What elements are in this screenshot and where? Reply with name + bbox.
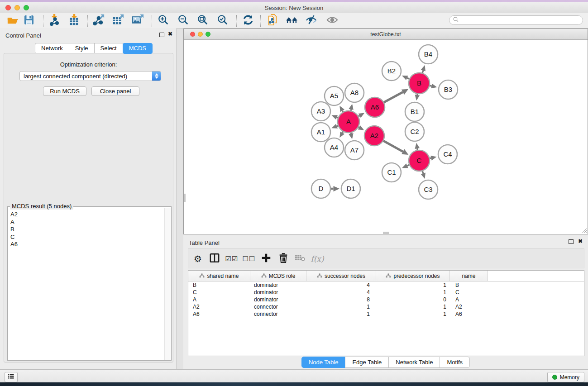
import-table-button[interactable] [67, 14, 81, 28]
zoom-out-button[interactable] [176, 14, 191, 28]
float-panel-icon[interactable] [159, 33, 164, 37]
edge-arrow-icon [334, 186, 340, 191]
network-from-file-button[interactable] [266, 14, 280, 28]
add-column-button[interactable] [258, 252, 274, 266]
mcds-result-node[interactable]: C [10, 234, 164, 241]
refresh-button[interactable] [241, 14, 255, 28]
table-row[interactable]: Bdominator41B [188, 281, 584, 289]
resize-grip-icon[interactable] [581, 228, 587, 234]
attribute-tree-icon [199, 273, 205, 279]
export-table-button[interactable] [111, 14, 125, 28]
export-image-button[interactable] [131, 14, 145, 28]
zoom-in-button[interactable] [156, 14, 171, 28]
delete-columns-button[interactable] [276, 252, 291, 266]
mcds-result-node[interactable]: B [10, 226, 164, 234]
home-button[interactable] [285, 14, 299, 28]
node-table[interactable]: shared nameMCDS rolesuccessor nodesprede… [188, 270, 584, 356]
screen: Session: New Session Control Panel ✖ Net… [0, 0, 588, 386]
select-all-rows-icon: ☑☑ [225, 254, 239, 264]
table-body: Bdominator41BCdominator41CAdominator80AA… [188, 281, 584, 318]
column-header[interactable]: shared name [188, 271, 250, 281]
edge-A2-C[interactable] [382, 140, 403, 152]
import-table-icon [68, 14, 80, 28]
task-history-button[interactable] [5, 372, 18, 382]
edge-A6-B[interactable] [383, 92, 403, 103]
mcds-result-node[interactable]: A [10, 219, 164, 226]
tab-edge-table[interactable]: Edge Table [345, 357, 389, 368]
node-label-C: C [417, 157, 422, 164]
tab-select[interactable]: Select [94, 43, 123, 54]
search-input[interactable] [461, 17, 583, 24]
table-row[interactable]: A6connector11A6 [188, 310, 584, 318]
criterion-dropdown[interactable]: largest connected component (directed) [19, 71, 161, 81]
edge-arrow-icon [430, 156, 436, 160]
tab-node-table[interactable]: Node Table [301, 357, 346, 368]
node-label-C2: C2 [410, 128, 419, 135]
add-column-icon [261, 253, 272, 265]
table-row[interactable]: Adominator80A [188, 296, 584, 303]
tab-motifs[interactable]: Motifs [440, 357, 470, 368]
hide-graphics-button[interactable] [304, 14, 319, 28]
table-cell: 1 [306, 303, 376, 310]
node-label-A5: A5 [330, 92, 338, 100]
tab-mcds[interactable]: MCDS [123, 43, 153, 54]
close-panel-button[interactable]: Close panel [91, 86, 139, 96]
network-from-file-icon [267, 14, 279, 28]
desktop-bottom-edge [0, 382, 588, 386]
network-window-title: testGlobe.txt [184, 31, 588, 38]
column-header[interactable]: name [450, 271, 488, 281]
table-cell: A [188, 296, 250, 303]
node-label-C3: C3 [424, 186, 432, 193]
search-field[interactable] [449, 15, 583, 25]
network-canvas[interactable]: B4B2BB3A8A5A6A3B1AA1C2A2A4A7C4CC1DD1C3 [184, 40, 588, 234]
network-graph: B4B2BB3A8A5A6A3B1AA1C2A2A4A7C4CC1DD1C3 [184, 40, 588, 234]
deselect-all-rows-button[interactable]: ☐☐ [241, 252, 257, 266]
tab-style[interactable]: Style [69, 43, 95, 54]
close-panel-icon[interactable]: ✖ [168, 31, 172, 37]
node-label-A1: A1 [317, 128, 325, 136]
column-header[interactable]: MCDS role [250, 271, 306, 281]
refresh-icon [242, 14, 254, 28]
node-label-B1: B1 [411, 108, 419, 115]
table-settings-button[interactable]: ⚙ [190, 252, 206, 266]
export-network-button[interactable] [91, 14, 106, 28]
table-row[interactable]: A2connector11A2 [188, 303, 584, 310]
open-session-button[interactable] [5, 14, 20, 28]
mcds-result-list[interactable]: A2ABCA6 [10, 211, 164, 358]
edge-arrow-icon [349, 133, 354, 139]
column-header[interactable]: predecessor nodes [376, 271, 450, 281]
result-scrollbar[interactable] [164, 208, 171, 360]
criterion-dropdown-value: largest connected component (directed) [24, 73, 127, 80]
column-header[interactable]: successor nodes [306, 271, 376, 281]
select-all-rows-button[interactable]: ☑☑ [224, 252, 239, 266]
mcds-result-node[interactable]: A2 [10, 211, 164, 219]
run-mcds-button[interactable]: Run MCDS [43, 86, 86, 96]
toggle-columns-button[interactable] [207, 252, 222, 266]
node-label-C1: C1 [387, 168, 396, 176]
zoom-selected-button[interactable] [215, 14, 230, 28]
table-cell: C [188, 289, 250, 296]
node-label-C4: C4 [443, 150, 452, 158]
zoom-fit-icon [197, 14, 209, 28]
memory-button[interactable]: Memory [547, 372, 584, 382]
save-session-icon [23, 14, 35, 28]
zoom-fit-button[interactable] [196, 14, 210, 28]
tab-network[interactable]: Network [35, 43, 69, 54]
horizontal-scroll-thumb[interactable] [383, 232, 389, 234]
vertical-scroll-thumb[interactable] [184, 194, 186, 202]
toolbar-separator [152, 15, 152, 27]
import-network-button[interactable] [47, 14, 62, 28]
table-close-panel-icon[interactable]: ✖ [578, 238, 583, 244]
network-window-titlebar[interactable]: testGlobe.txt [184, 29, 588, 40]
app-titlebar[interactable]: Session: New Session [0, 2, 588, 14]
table-row[interactable]: Cdominator41C [188, 289, 584, 296]
function-builder-icon: f(x) [311, 254, 324, 263]
toggle-columns-icon [209, 253, 220, 265]
table-cell: A6 [450, 310, 488, 318]
mcds-result-node[interactable]: A6 [10, 241, 164, 248]
toolbar-separator [87, 15, 88, 27]
tab-network-table[interactable]: Network Table [388, 357, 440, 368]
show-graphics-button[interactable] [325, 14, 339, 28]
save-session-button[interactable] [22, 14, 36, 28]
table-float-panel-icon[interactable] [569, 239, 574, 244]
